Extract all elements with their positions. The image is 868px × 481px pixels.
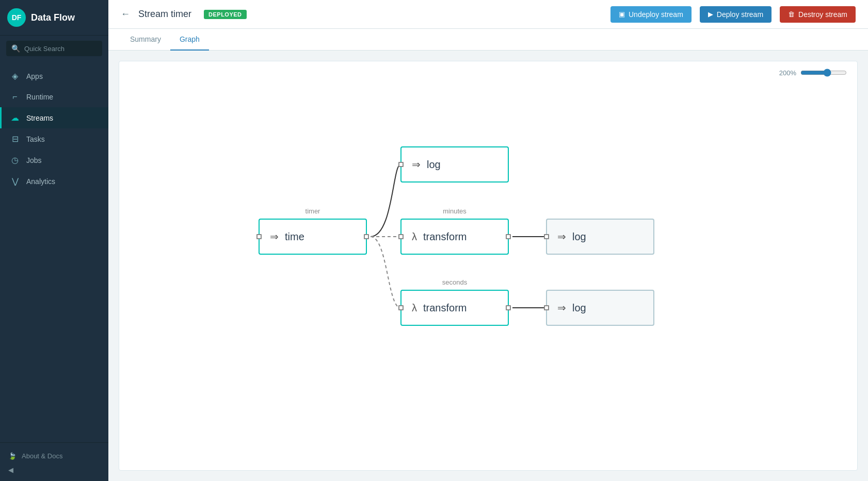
sidebar-item-runtime[interactable]: ⌐ Runtime xyxy=(0,87,108,107)
zoom-control: 200% xyxy=(779,69,847,77)
search-input[interactable] xyxy=(24,45,97,53)
log-seconds-icon: ⇒ xyxy=(557,302,566,314)
topbar: ← Stream timer DEPLOYED ▣ Undeploy strea… xyxy=(108,0,868,29)
transform-minutes-icon: λ xyxy=(412,231,417,243)
about-docs-link[interactable]: 🍃 About & Docs xyxy=(8,450,100,462)
sidebar-item-tasks[interactable]: ⊟ Tasks xyxy=(0,128,108,150)
port-log-minutes-in xyxy=(544,234,549,239)
stream-title: Stream timer xyxy=(138,9,191,20)
node-time-label: timer xyxy=(306,207,320,215)
deploy-button[interactable]: ▶ Deploy stream xyxy=(700,6,771,23)
sidebar-footer: 🍃 About & Docs ◀ xyxy=(0,442,108,481)
app-logo: DF xyxy=(7,8,26,27)
sidebar-item-label: Apps xyxy=(26,72,43,80)
sidebar-item-label: Runtime xyxy=(26,93,53,101)
node-log-minutes: ⇒ log xyxy=(546,219,654,255)
destroy-button[interactable]: 🗑 Destroy stream xyxy=(780,6,856,23)
zoom-label: 200% xyxy=(779,69,796,77)
leaf-icon: 🍃 xyxy=(8,452,17,460)
node-seconds-label: seconds xyxy=(442,278,467,286)
sidebar-item-label: Analytics xyxy=(26,177,55,186)
time-icon: ⇒ xyxy=(270,230,279,243)
log-seconds-text: log xyxy=(572,302,586,314)
port-time-out xyxy=(364,234,369,239)
node-log-top: ⇒ log xyxy=(400,146,509,183)
node-minutes-label: minutes xyxy=(443,207,467,215)
main-content: ← Stream timer DEPLOYED ▣ Undeploy strea… xyxy=(108,0,868,481)
undeploy-button[interactable]: ▣ Undeploy stream xyxy=(610,6,692,23)
runtime-icon: ⌐ xyxy=(10,92,20,102)
search-icon: 🔍 xyxy=(11,44,20,53)
node-transform-minutes: minutes λ transform xyxy=(400,219,509,255)
node-log-seconds: ⇒ log xyxy=(546,290,654,326)
log-minutes-text: log xyxy=(572,231,586,243)
tasks-icon: ⊟ xyxy=(10,134,20,144)
port-seconds-out xyxy=(506,305,511,310)
destroy-icon: 🗑 xyxy=(788,10,795,18)
log-minutes-icon: ⇒ xyxy=(557,230,566,243)
sidebar-item-label: Tasks xyxy=(26,135,45,143)
app-title: Data Flow xyxy=(31,12,75,23)
back-button[interactable]: ← xyxy=(121,9,130,20)
log-top-icon: ⇒ xyxy=(412,158,421,171)
sidebar-item-apps[interactable]: ◈ Apps xyxy=(0,65,108,87)
port-log-top-in xyxy=(398,162,404,167)
sidebar-item-streams[interactable]: ☁ Streams xyxy=(0,107,108,128)
streams-icon: ☁ xyxy=(10,113,20,123)
deploy-label: Deploy stream xyxy=(717,10,763,19)
about-docs-label: About & Docs xyxy=(22,452,63,460)
search-box[interactable]: 🔍 xyxy=(6,41,102,56)
transform-minutes-text: transform xyxy=(423,231,467,243)
sidebar-item-analytics[interactable]: ⋁ Analytics xyxy=(0,171,108,192)
deploy-icon: ▶ xyxy=(708,10,713,18)
graph-area: 200% timer ⇒ time xyxy=(119,61,858,471)
jobs-icon: ◷ xyxy=(10,155,20,165)
deployed-badge: DEPLOYED xyxy=(204,10,247,19)
tab-summary[interactable]: Summary xyxy=(121,29,170,51)
transform-seconds-text: transform xyxy=(423,302,467,314)
undeploy-icon: ▣ xyxy=(619,10,625,18)
sidebar-item-label: Streams xyxy=(26,114,53,122)
flow-connections xyxy=(119,61,857,470)
port-seconds-in xyxy=(398,305,404,310)
port-minutes-in xyxy=(398,234,404,239)
port-log-seconds-in xyxy=(544,305,549,310)
sidebar: DF Data Flow 🔍 ◈ Apps ⌐ Runtime ☁ Stream… xyxy=(0,0,108,481)
svg-text:DF: DF xyxy=(12,13,22,22)
apps-icon: ◈ xyxy=(10,71,20,81)
node-time: timer ⇒ time xyxy=(259,219,367,255)
tab-graph[interactable]: Graph xyxy=(170,29,209,51)
destroy-label: Destroy stream xyxy=(798,10,847,19)
sidebar-item-label: Jobs xyxy=(26,156,42,164)
sidebar-nav: ◈ Apps ⌐ Runtime ☁ Streams ⊟ Tasks ◷ Job… xyxy=(0,61,108,442)
collapse-button[interactable]: ◀ xyxy=(8,466,100,474)
transform-seconds-icon: λ xyxy=(412,302,417,314)
log-top-text: log xyxy=(427,159,441,171)
time-text: time xyxy=(285,231,304,243)
back-arrow-icon: ← xyxy=(121,9,130,20)
port-time-in xyxy=(256,234,262,239)
zoom-slider[interactable] xyxy=(800,69,847,77)
sidebar-item-jobs[interactable]: ◷ Jobs xyxy=(0,150,108,171)
port-minutes-out xyxy=(506,234,511,239)
sidebar-header: DF Data Flow xyxy=(0,0,108,36)
analytics-icon: ⋁ xyxy=(10,176,20,186)
node-transform-seconds: seconds λ transform xyxy=(400,290,509,326)
chevron-left-icon: ◀ xyxy=(8,466,13,474)
undeploy-label: Undeploy stream xyxy=(629,10,683,19)
tabs-bar: Summary Graph xyxy=(108,29,868,51)
